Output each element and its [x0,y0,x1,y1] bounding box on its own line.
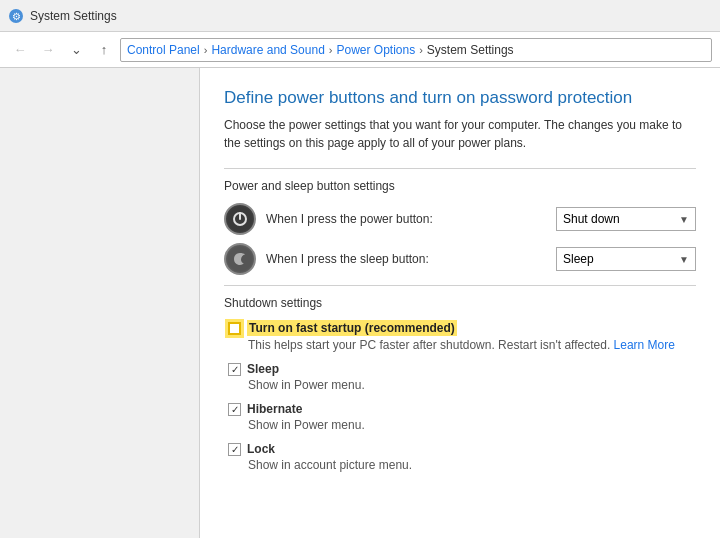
lock-checkbox[interactable] [228,443,241,456]
window-icon: ⚙ [8,8,24,24]
power-section-label: Power and sleep button settings [224,179,696,193]
shutdown-item-fast-startup: Turn on fast startup (recommended) This … [224,320,696,352]
breadcrumb-sep-3: › [419,44,423,56]
up-button[interactable]: ↑ [92,38,116,62]
breadcrumb-hardware-sound[interactable]: Hardware and Sound [211,43,324,57]
sleep-button-dropdown[interactable]: Sleep ▼ [556,247,696,271]
fast-startup-desc: This helps start your PC faster after sh… [228,338,696,352]
back-button[interactable]: ← [8,38,32,62]
power-button-settings: Power and sleep button settings When I p… [224,179,696,275]
sleep-desc: Show in Power menu. [228,378,696,392]
dropdown-button[interactable]: ⌄ [64,38,88,62]
sidebar [0,68,200,538]
sleep-row: Sleep [228,362,696,376]
hibernate-desc: Show in Power menu. [228,418,696,432]
page-title: Define power buttons and turn on passwor… [224,88,696,108]
power-button-label: When I press the power button: [266,212,546,226]
power-button-dropdown[interactable]: Shut down ▼ [556,207,696,231]
fast-startup-row: Turn on fast startup (recommended) [228,320,696,336]
divider-middle [224,285,696,286]
lock-label: Lock [247,442,275,456]
sleep-label: Sleep [247,362,279,376]
divider-top [224,168,696,169]
window-title: System Settings [30,9,117,23]
power-button-value: Shut down [563,212,620,226]
breadcrumb: Control Panel › Hardware and Sound › Pow… [120,38,712,62]
shutdown-item-hibernate: Hibernate Show in Power menu. [224,402,696,432]
breadcrumb-sep-2: › [329,44,333,56]
svg-text:⚙: ⚙ [12,11,21,22]
shutdown-item-sleep: Sleep Show in Power menu. [224,362,696,392]
breadcrumb-power-options[interactable]: Power Options [336,43,415,57]
learn-more-link[interactable]: Learn More [614,338,675,352]
sleep-button-label: When I press the sleep button: [266,252,546,266]
power-dropdown-arrow: ▼ [679,214,689,225]
main-layout: Define power buttons and turn on passwor… [0,68,720,538]
sleep-button-icon [224,243,256,275]
power-button-row: When I press the power button: Shut down… [224,203,696,235]
shutdown-item-lock: Lock Show in account picture menu. [224,442,696,472]
forward-icon: → [42,42,55,57]
title-bar: ⚙ System Settings [0,0,720,32]
content-area: Define power buttons and turn on passwor… [200,68,720,538]
page-description: Choose the power settings that you want … [224,116,696,152]
sleep-dropdown-arrow: ▼ [679,254,689,265]
hibernate-checkbox[interactable] [228,403,241,416]
shutdown-settings: Shutdown settings Turn on fast startup (… [224,296,696,472]
hibernate-row: Hibernate [228,402,696,416]
power-button-icon [224,203,256,235]
breadcrumb-current: System Settings [427,43,514,57]
forward-button[interactable]: → [36,38,60,62]
sleep-button-value: Sleep [563,252,594,266]
sleep-button-row: When I press the sleep button: Sleep ▼ [224,243,696,275]
sleep-checkbox[interactable] [228,363,241,376]
lock-desc: Show in account picture menu. [228,458,696,472]
fast-startup-label: Turn on fast startup (recommended) [247,320,457,336]
breadcrumb-sep-1: › [204,44,208,56]
fast-startup-checkbox[interactable] [228,322,241,335]
chevron-down-icon: ⌄ [71,42,82,57]
lock-row: Lock [228,442,696,456]
back-icon: ← [14,42,27,57]
hibernate-label: Hibernate [247,402,302,416]
shutdown-section-label: Shutdown settings [224,296,696,310]
up-icon: ↑ [101,42,108,57]
address-bar: ← → ⌄ ↑ Control Panel › Hardware and Sou… [0,32,720,68]
breadcrumb-control-panel[interactable]: Control Panel [127,43,200,57]
